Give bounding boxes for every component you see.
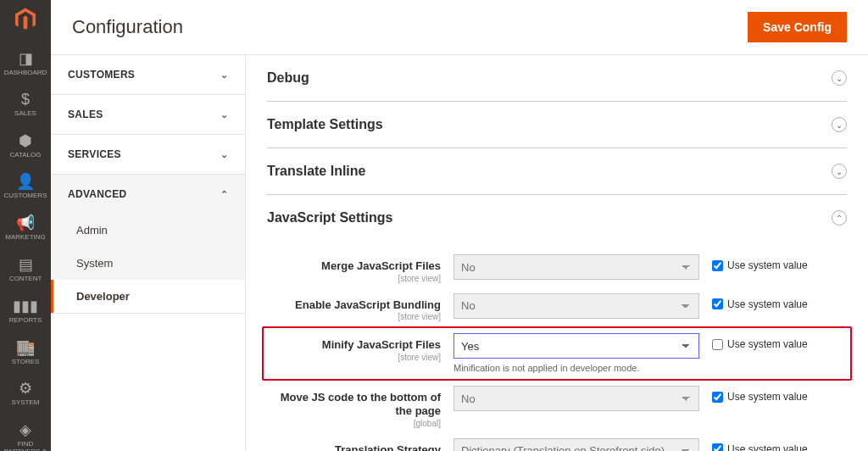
storefront-icon: 🏬 <box>16 338 35 357</box>
minify-js-note: Minification is not applied in developer… <box>453 362 699 374</box>
bars-icon: ▮▮▮ <box>13 297 38 315</box>
merge-js-select[interactable]: No <box>453 254 699 280</box>
nav-customers[interactable]: 👤CUSTOMERS <box>0 165 51 207</box>
section-debug[interactable]: Debug ⌄ <box>267 55 847 101</box>
move-js-scope: [global] <box>267 419 441 428</box>
move-js-label: Move JS code to the bottom of the page <box>281 391 441 417</box>
magento-logo[interactable] <box>12 7 39 32</box>
chevron-up-icon: ⌃ <box>220 189 228 200</box>
minify-js-scope: [store view] <box>267 353 441 362</box>
chevron-down-icon: ⌄ <box>220 109 228 120</box>
translation-select[interactable]: Dictionary (Translation on Storefront si… <box>453 438 699 451</box>
cube-icon: ⬢ <box>19 131 32 150</box>
section-template[interactable]: Template Settings ⌄ <box>267 102 847 148</box>
minify-js-select[interactable]: Yes <box>453 333 699 359</box>
config-item-system[interactable]: System <box>51 247 245 280</box>
translation-label: Translation Strategy <box>335 443 441 451</box>
config-group-customers[interactable]: CUSTOMERS ⌄ <box>51 55 245 94</box>
nav-marketing[interactable]: 📢MARKETING <box>0 207 51 248</box>
section-js[interactable]: JavaScript Settings ⌃ <box>267 195 847 241</box>
bundle-js-select[interactable]: No <box>453 293 699 319</box>
expand-icon: ⌄ <box>832 70 847 86</box>
collapse-icon: ⌃ <box>832 210 847 226</box>
nav-dashboard[interactable]: ◨DASHBOARD <box>0 42 51 84</box>
merge-js-use-system[interactable] <box>712 260 723 271</box>
nav-catalog[interactable]: ⬢CATALOG <box>0 125 51 166</box>
section-translate[interactable]: Translate Inline ⌄ <box>267 148 847 194</box>
person-icon: 👤 <box>16 172 35 191</box>
minify-js-use-system[interactable] <box>712 339 723 350</box>
config-item-admin[interactable]: Admin <box>51 214 245 247</box>
config-group-sales[interactable]: SALES ⌄ <box>51 95 245 134</box>
bundle-js-label: Enable JavaScript Bundling <box>295 298 441 311</box>
nav-sales[interactable]: $SALES <box>0 84 51 125</box>
chevron-down-icon: ⌄ <box>220 149 228 160</box>
config-group-services[interactable]: SERVICES ⌄ <box>51 135 245 174</box>
page-icon: ▤ <box>19 255 33 274</box>
save-config-button[interactable]: Save Config <box>748 12 847 42</box>
nav-partners[interactable]: ◈FIND PARTNERS & EXTENSIONS <box>0 414 51 451</box>
minify-js-label: Minify JavaScript Files <box>322 338 441 351</box>
nav-reports[interactable]: ▮▮▮REPORTS <box>0 290 51 331</box>
nav-stores[interactable]: 🏬STORES <box>0 331 51 373</box>
merge-js-scope: [store view] <box>267 274 441 283</box>
puzzle-icon: ◈ <box>19 420 31 439</box>
gear-icon: ⚙ <box>19 379 32 398</box>
nav-content[interactable]: ▤CONTENT <box>0 248 51 290</box>
expand-icon: ⌄ <box>832 164 847 179</box>
page-title: Configuration <box>72 16 183 38</box>
merge-js-label: Merge JavaScript Files <box>321 259 441 272</box>
megaphone-icon: 📢 <box>16 214 35 232</box>
move-js-select[interactable]: No <box>453 386 699 411</box>
config-group-advanced[interactable]: ADVANCED ⌃ <box>51 175 245 214</box>
expand-icon: ⌄ <box>832 117 847 132</box>
dashboard-icon: ◨ <box>19 49 33 68</box>
translation-use-system[interactable] <box>712 443 723 451</box>
nav-system[interactable]: ⚙SYSTEM <box>0 372 51 414</box>
bundle-js-scope: [store view] <box>267 312 441 321</box>
move-js-use-system[interactable] <box>712 392 723 403</box>
chevron-down-icon: ⌄ <box>220 70 228 81</box>
bundle-js-use-system[interactable] <box>712 298 723 309</box>
dollar-icon: $ <box>21 91 30 109</box>
config-item-developer[interactable]: Developer <box>51 280 245 313</box>
